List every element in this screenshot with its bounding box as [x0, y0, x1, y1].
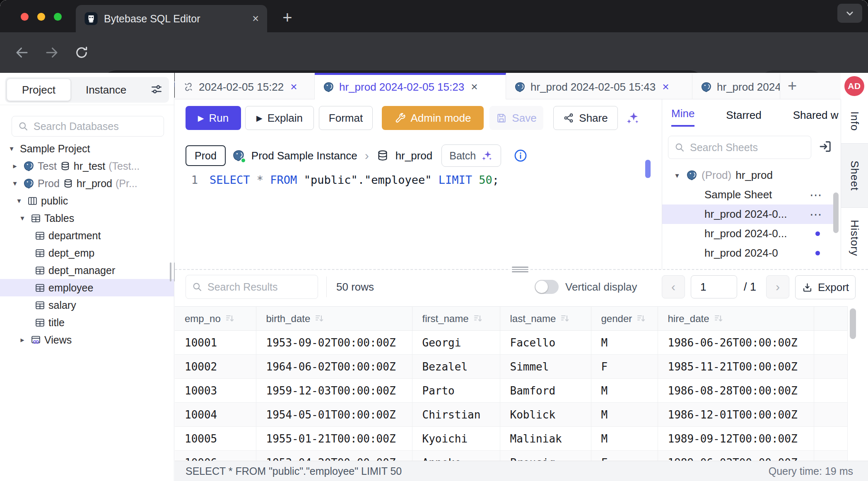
tree-item-Sample Project[interactable]: ▾Sample Project	[0, 140, 174, 157]
tree-item-employee[interactable]: employee	[0, 279, 174, 296]
table-cell: 1986-08-28T00:00:00Z	[658, 379, 814, 403]
results-search[interactable]	[186, 275, 318, 299]
table-scrollbar-thumb[interactable]	[850, 308, 856, 339]
sql-editor[interactable]: 1 SELECT * FROM "public"."employee" LIMI…	[175, 171, 662, 189]
sheet-list-scrollbar-thumb[interactable]	[833, 192, 839, 233]
table-cell: 1959-12-03T00:00:00Z	[256, 379, 412, 403]
caret-down-icon[interactable]: ▾	[17, 214, 27, 223]
sheet-item[interactable]: Sample Sheet⋯	[662, 185, 833, 204]
tab-project[interactable]: Project	[7, 79, 71, 101]
postgres-icon	[232, 149, 245, 162]
batch-button[interactable]: Batch	[441, 144, 501, 167]
admin-mode-button[interactable]: Admin mode	[382, 106, 484, 130]
sheet-item[interactable]: hr_prod 2024-0...	[662, 224, 833, 243]
run-button[interactable]: ▶Run	[186, 106, 241, 130]
format-button[interactable]: Format	[319, 106, 373, 130]
import-sheet-icon[interactable]	[818, 139, 833, 154]
rail-tab-history[interactable]: History	[841, 208, 868, 268]
column-header-last_name[interactable]: last_name	[500, 307, 591, 331]
column-header-gender[interactable]: gender	[591, 307, 658, 331]
sheets-search[interactable]	[668, 136, 811, 159]
sheets-tab-starred[interactable]: Starred	[726, 109, 761, 127]
table-cell: M	[591, 379, 658, 403]
sort-icon[interactable]	[473, 314, 483, 324]
rail-tab-info[interactable]: Info	[841, 99, 868, 143]
database-search[interactable]	[12, 116, 164, 137]
results-search-input[interactable]	[207, 281, 312, 293]
editor-scrollbar-thumb[interactable]	[645, 160, 651, 178]
back-button[interactable]	[12, 43, 31, 62]
sort-icon[interactable]	[636, 314, 646, 324]
sheets-tab-mine[interactable]: Mine	[671, 107, 694, 127]
next-page-button[interactable]: ›	[766, 275, 789, 298]
caret-down-icon[interactable]: ▾	[10, 179, 20, 188]
caret-right-icon[interactable]: ▸	[10, 161, 20, 171]
tree-item-Views[interactable]: ▸Views	[0, 331, 174, 349]
user-avatar[interactable]: AD	[844, 76, 864, 96]
tree-item-public[interactable]: ▾public	[0, 192, 174, 209]
sort-icon[interactable]	[714, 314, 723, 324]
editor-tab-1[interactable]: 2024-02-05 15:22×	[175, 73, 315, 99]
caret-down-icon[interactable]: ▾	[672, 171, 682, 180]
rail-tab-sheet[interactable]: Sheet	[841, 143, 868, 208]
environment-label: Prod	[38, 178, 60, 190]
browser-tab-close-icon[interactable]: ×	[252, 12, 259, 25]
ai-sparkles-icon[interactable]	[624, 111, 642, 125]
info-circle-icon[interactable]	[514, 149, 528, 163]
tree-item-salary[interactable]: salary	[0, 296, 174, 314]
tree-item-dept_manager[interactable]: dept_manager	[0, 262, 174, 279]
close-tab-icon[interactable]: ×	[662, 80, 669, 94]
browser-tab[interactable]: Bytebase SQL Editor ×	[76, 5, 267, 32]
caret-right-icon[interactable]: ▸	[17, 335, 27, 344]
caret-down-icon[interactable]: ▾	[14, 196, 24, 205]
table-cell: M	[591, 331, 658, 355]
tree-item-hr_test[interactable]: ▸Testhr_test(Test...	[0, 157, 174, 175]
editor-tab-2[interactable]: hr_prod 2024-02-05 15:23×	[315, 73, 506, 99]
forward-button[interactable]	[42, 43, 61, 62]
column-header-first_name[interactable]: first_name	[412, 307, 500, 331]
editor-tab-4[interactable]: hr_prod 2024-0	[692, 73, 780, 99]
reload-button[interactable]	[72, 43, 91, 62]
explain-button[interactable]: ▶Explain	[245, 106, 314, 130]
close-tab-icon[interactable]: ×	[290, 80, 297, 94]
tab-list-chevron-button[interactable]	[837, 4, 862, 23]
column-header-hire_date[interactable]: hire_date	[658, 307, 814, 331]
prev-page-button[interactable]: ‹	[662, 275, 685, 298]
tree-item-Tables[interactable]: ▾Tables	[0, 209, 174, 227]
editor-tab-3[interactable]: hr_prod 2024-02-05 15:43×	[506, 73, 692, 99]
filter-sliders-icon[interactable]	[150, 83, 163, 96]
vertical-display-toggle[interactable]	[535, 280, 559, 294]
tree-item-hr_prod[interactable]: ▾Prodhr_prod(Pr...	[0, 175, 174, 192]
close-tab-icon[interactable]: ×	[471, 80, 477, 94]
sheets-tab-shared-w[interactable]: Shared w	[793, 109, 839, 127]
sheet-item-menu-icon[interactable]: ⋯	[810, 207, 833, 221]
sheet-group-row[interactable]: ▾(Prod)hr_prod	[662, 166, 833, 185]
table-cell-spacer	[814, 355, 847, 379]
sheet-item[interactable]: hr_prod 2024-0...⋯	[662, 204, 833, 224]
maximize-window-button[interactable]	[54, 13, 62, 21]
new-tab-button[interactable]: +	[277, 7, 298, 28]
sort-icon[interactable]	[314, 314, 324, 324]
tree-item-title[interactable]: title	[0, 314, 174, 331]
sort-icon[interactable]	[225, 314, 235, 324]
column-header-emp_no[interactable]: emp_no	[175, 307, 256, 331]
caret-down-icon[interactable]: ▾	[7, 144, 17, 153]
export-button[interactable]: Export	[795, 275, 856, 299]
sheets-search-input[interactable]	[690, 142, 805, 154]
save-button[interactable]: Save	[489, 106, 543, 130]
tab-instance[interactable]: Instance	[71, 79, 141, 101]
sheet-item[interactable]: hr_prod 2024-0	[662, 243, 833, 263]
share-button[interactable]: Share	[553, 106, 618, 130]
table-cell: Bezalel	[412, 355, 500, 379]
tree-item-department[interactable]: department	[0, 227, 174, 244]
new-sheet-button[interactable]: +	[780, 77, 804, 95]
sheet-item-menu-icon[interactable]: ⋯	[810, 188, 833, 202]
sort-icon[interactable]	[560, 314, 570, 324]
close-window-button[interactable]	[21, 13, 29, 21]
tree-item-dept_emp[interactable]: dept_emp	[0, 244, 174, 262]
database-search-input[interactable]	[34, 120, 158, 132]
column-header-birth_date[interactable]: birth_date	[256, 307, 412, 331]
minimize-window-button[interactable]	[37, 13, 45, 21]
results-resize-handle[interactable]	[510, 266, 530, 273]
page-number-input[interactable]	[691, 275, 737, 298]
